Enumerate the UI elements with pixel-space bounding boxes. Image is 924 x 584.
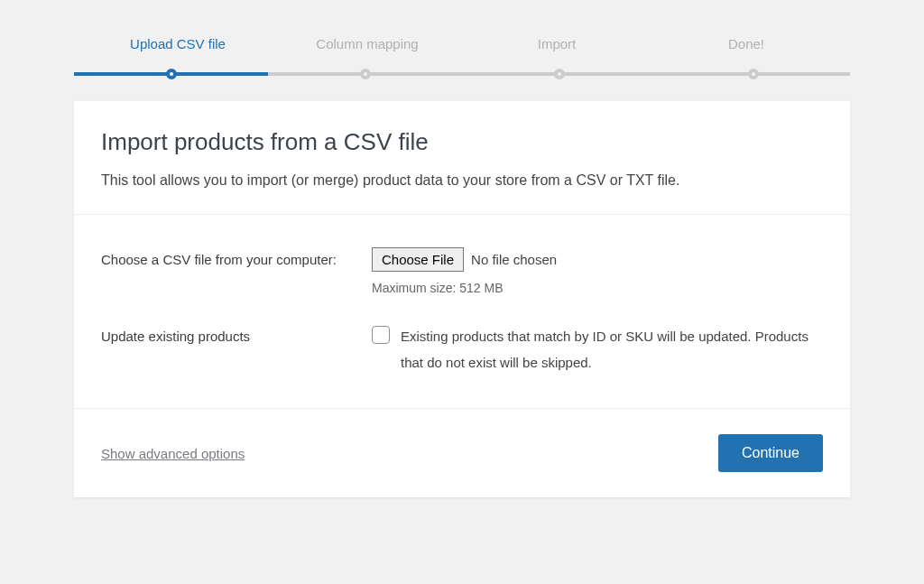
step-label: Done!: [728, 36, 764, 51]
step-label: Column mapping: [316, 36, 418, 51]
file-picker: Choose File No file chosen: [372, 247, 823, 272]
file-label: Choose a CSV file from your computer:: [101, 247, 372, 273]
update-row: Update existing products Existing produc…: [101, 310, 823, 390]
file-row: Choose a CSV file from your computer: Ch…: [101, 233, 823, 310]
page-description: This tool allows you to import (or merge…: [101, 172, 823, 189]
update-description: Existing products that match by ID or SK…: [401, 324, 823, 375]
form-body: Choose a CSV file from your computer: Ch…: [74, 215, 850, 409]
progress-track: [74, 72, 850, 76]
file-control: Choose File No file chosen Maximum size:…: [372, 247, 823, 295]
step-dot-import: [554, 69, 565, 79]
file-status: No file chosen: [471, 252, 557, 267]
step-dot-done: [748, 69, 759, 79]
update-existing-checkbox[interactable]: [372, 326, 390, 344]
continue-button[interactable]: Continue: [718, 434, 823, 472]
advanced-options-link[interactable]: Show advanced options: [101, 446, 245, 461]
update-control: Existing products that match by ID or SK…: [372, 324, 823, 375]
file-size-hint: Maximum size: 512 MB: [372, 281, 823, 295]
page-title: Import products from a CSV file: [101, 128, 823, 156]
step-label: Upload CSV file: [130, 36, 226, 51]
step-dot-upload: [166, 69, 177, 79]
update-label: Update existing products: [101, 324, 372, 350]
step-label: Import: [538, 36, 577, 51]
card-header: Import products from a CSV file This too…: [74, 101, 850, 215]
card-footer: Show advanced options Continue: [74, 409, 850, 497]
choose-file-button[interactable]: Choose File: [372, 247, 464, 272]
import-card: Import products from a CSV file This too…: [74, 101, 850, 497]
step-dot-mapping: [360, 69, 371, 79]
